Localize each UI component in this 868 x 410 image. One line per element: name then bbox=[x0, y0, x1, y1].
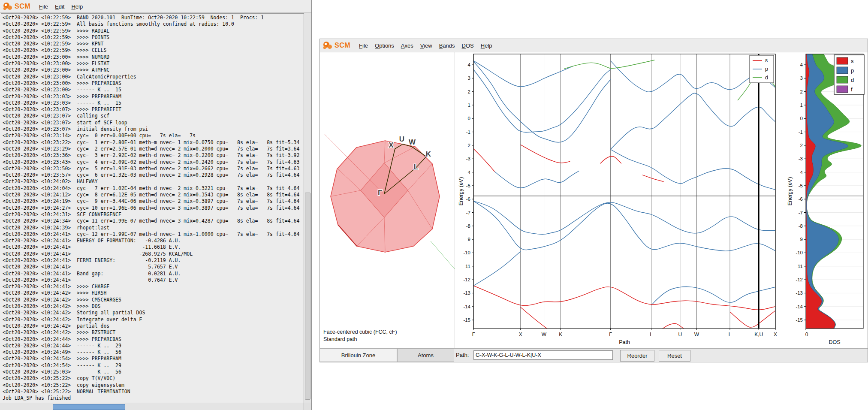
dos-ytick-label: -14 bbox=[796, 304, 803, 309]
ytick-label: -5 bbox=[466, 183, 470, 188]
logfile-menu-help[interactable]: Help bbox=[68, 2, 86, 12]
dos-ytick-label: -13 bbox=[796, 290, 803, 295]
dos-legend-label-s: s bbox=[851, 58, 854, 64]
ytick-label: -8 bbox=[466, 223, 470, 229]
log-vertical-scrollbar[interactable] bbox=[304, 13, 311, 403]
logfile-menu-edit[interactable]: Edit bbox=[51, 2, 68, 12]
scm-logo-icon: SCM bbox=[322, 41, 350, 50]
path-label: Path: bbox=[456, 352, 469, 358]
ytick-label: -11 bbox=[464, 264, 470, 269]
kpoint-label: Γ bbox=[609, 332, 612, 338]
dos-ytick-label: -8 bbox=[799, 223, 803, 229]
ytick-label: 2 bbox=[468, 89, 470, 94]
band-dos-plots[interactable]: 43210-1-2-3-4-5-6-7-8-9-10-11-12-13-14-1… bbox=[455, 52, 868, 349]
logfile-menu-file[interactable]: File bbox=[36, 2, 51, 12]
dos-ytick-label: -3 bbox=[799, 156, 803, 161]
bz-label-W: W bbox=[409, 138, 416, 146]
log-output-area: <Oct20-2020> <10:22:59> BAND 2020.101 Ru… bbox=[1, 13, 304, 404]
kpoint-label: X bbox=[519, 332, 522, 338]
bz-label-L: L bbox=[414, 163, 418, 171]
reorder-button[interactable]: Reorder bbox=[620, 350, 654, 362]
dos-ytick-label: -10 bbox=[796, 250, 803, 255]
band-xlabel: Path bbox=[619, 339, 630, 345]
dos-ylabel: Energy (eV) bbox=[787, 177, 793, 206]
log-vscroll-thumb[interactable] bbox=[305, 193, 310, 400]
bz-axis-green bbox=[431, 241, 455, 269]
dos-ytick-label: -7 bbox=[799, 210, 803, 215]
kpoint-label: W bbox=[694, 332, 699, 338]
ytick-label: -7 bbox=[466, 210, 470, 215]
ytick-label: -3 bbox=[466, 156, 470, 161]
legend-label-p: p bbox=[765, 66, 768, 72]
kpoint-label: X bbox=[774, 332, 777, 338]
legend-label-d: d bbox=[765, 75, 768, 81]
ytick-label: 0 bbox=[468, 116, 470, 121]
band-menu-dos[interactable]: DOS bbox=[458, 41, 477, 51]
dos-ytick-label: -11 bbox=[796, 264, 803, 269]
log-hscroll-thumb[interactable] bbox=[53, 404, 125, 410]
dos-ytick-label: -5 bbox=[799, 183, 803, 188]
dos-ytick-label: -12 bbox=[796, 277, 803, 282]
tab-atoms[interactable]: Atoms bbox=[397, 349, 454, 362]
log-horizontal-scrollbar[interactable] bbox=[0, 403, 304, 410]
kpoint-label: L bbox=[729, 332, 732, 338]
scrollbar-corner bbox=[304, 403, 311, 410]
bz-caption-path: Standard path bbox=[323, 336, 397, 343]
bz-label-X: X bbox=[389, 141, 394, 149]
bandstructure-window: SCM FileOptionsAxesViewBandsDOSHelp XUWK… bbox=[319, 39, 868, 362]
tab-brillouin-zone[interactable]: Brillouin Zone bbox=[320, 349, 397, 362]
bz-label-K: K bbox=[426, 150, 431, 158]
band-menu-bands[interactable]: Bands bbox=[436, 41, 458, 51]
ytick-label: 3 bbox=[468, 75, 470, 81]
dos-ytick-label: 3 bbox=[800, 75, 803, 81]
band-ylabel: Energy (eV) bbox=[458, 177, 464, 206]
dos-legend-swatch-s bbox=[837, 57, 848, 64]
kpoint-label: L bbox=[650, 332, 653, 338]
reset-button[interactable]: Reset bbox=[659, 350, 690, 362]
dos-ytick-label: -2 bbox=[799, 143, 803, 148]
path-input[interactable] bbox=[473, 350, 613, 360]
dos-ytick-label: 2 bbox=[800, 89, 803, 94]
ytick-label: 1 bbox=[468, 102, 470, 108]
logfile-menubar: SCM FileEditHelp bbox=[0, 0, 311, 13]
bottom-bar: Brillouin Zone Atoms Path: Reorder Reset bbox=[320, 348, 868, 362]
dos-legend-label-f: f bbox=[851, 86, 853, 93]
ytick-label: -2 bbox=[466, 143, 470, 148]
bandstructure-content: XUWKLΓ Face-centered cubic (FCC, cF) Sta… bbox=[320, 52, 868, 349]
ytick-label: -12 bbox=[463, 277, 470, 282]
dos-legend-swatch-f bbox=[837, 86, 848, 93]
scm-logo-icon: SCM bbox=[3, 2, 30, 11]
ytick-label: -4 bbox=[466, 170, 471, 175]
ytick-label: -14 bbox=[463, 304, 470, 309]
band-menu-file[interactable]: File bbox=[356, 41, 371, 51]
brillouin-zone-view[interactable]: XUWKLΓ bbox=[320, 52, 455, 349]
dos-ytick-label: -1 bbox=[799, 130, 803, 135]
logfile-window: SCM FileEditHelp <Oct20-2020> <10:22:59>… bbox=[0, 0, 312, 410]
bz-label-U: U bbox=[399, 135, 404, 143]
band-menu-options[interactable]: Options bbox=[371, 41, 398, 51]
dos-legend-label-p: p bbox=[851, 67, 854, 74]
dos-ytick-label: -4 bbox=[799, 170, 803, 175]
band-menu-help[interactable]: Help bbox=[477, 41, 496, 51]
ytick-label: -6 bbox=[466, 196, 470, 202]
ytick-label: -10 bbox=[463, 250, 470, 255]
dos-ytick-label: -15 bbox=[796, 317, 803, 323]
dos-legend-label-d: d bbox=[851, 77, 854, 83]
bz-caption: Face-centered cubic (FCC, cF) Standard p… bbox=[323, 329, 397, 343]
legend-label-s: s bbox=[765, 57, 768, 63]
ytick-label: -1 bbox=[466, 130, 470, 135]
bz-caption-lattice: Face-centered cubic (FCC, cF) bbox=[323, 329, 397, 336]
scm-logo-text: SCM bbox=[15, 3, 30, 10]
kpoint-label: K bbox=[559, 332, 562, 338]
band-menu-view[interactable]: View bbox=[417, 41, 436, 51]
ytick-label: 4 bbox=[468, 62, 471, 67]
bz-label-Γ: Γ bbox=[378, 189, 382, 197]
dos-ytick-label: 1 bbox=[800, 102, 803, 108]
dos-xlabel: DOS bbox=[829, 339, 840, 345]
band-menu-axes[interactable]: Axes bbox=[398, 41, 417, 51]
kpoint-label: Γ bbox=[472, 332, 475, 338]
dos-legend-swatch-d bbox=[837, 76, 848, 83]
kpoint-label: W bbox=[542, 332, 547, 338]
bandstructure-menu-items: FileOptionsAxesViewBandsDOSHelp bbox=[356, 42, 495, 49]
dos-x0-label: 0 bbox=[805, 332, 808, 338]
